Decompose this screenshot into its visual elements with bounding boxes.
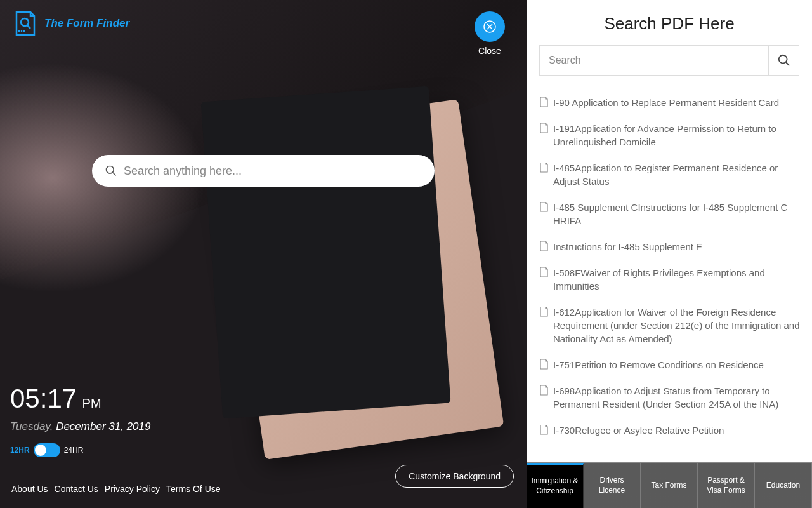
- tab-passport-visa-forms[interactable]: Passport & Visa Forms: [698, 463, 755, 508]
- list-item-label: I-508FWaiver of Rights Privileges Exempt…: [553, 266, 804, 293]
- list-item-label: I-191Application for Advance Permission …: [553, 122, 804, 149]
- svg-line-1: [27, 25, 30, 29]
- pdf-file-icon: [539, 307, 548, 317]
- clock-widget: 05:17 PM Tuesday, December 31, 2019 12HR…: [10, 384, 150, 457]
- tab-tax-forms[interactable]: Tax Forms: [641, 463, 698, 508]
- list-item-label: I-485 Supplement CInstructions for I-485…: [553, 201, 804, 227]
- close-icon: [483, 20, 497, 34]
- background-notebook: [219, 99, 504, 460]
- tab-label: Drivers Licence: [586, 476, 638, 495]
- list-item-label: I-90 Application to Replace Permanent Re…: [553, 96, 779, 109]
- list-item-label: I-751Petition to Remove Conditions on Re…: [553, 358, 764, 371]
- list-item[interactable]: I-730Refugee or Asylee Relative Petition: [539, 417, 808, 443]
- form-finder-icon: [11, 10, 39, 37]
- svg-point-2: [18, 30, 20, 32]
- toggle-knob: [35, 444, 46, 456]
- pdf-search-panel: Search PDF Here I-90 Application to Repl…: [527, 0, 812, 508]
- list-item-label: I-698Application to Adjust Status from T…: [553, 384, 804, 411]
- category-tabs: Immigration & CitizenshipDrivers Licence…: [527, 462, 812, 508]
- pdf-file-icon: [539, 241, 548, 251]
- list-item[interactable]: I-508FWaiver of Rights Privileges Exempt…: [539, 260, 808, 299]
- list-item[interactable]: I-485 Supplement CInstructions for I-485…: [539, 194, 808, 234]
- date-weekday: Tuesday,: [10, 420, 53, 432]
- panel-title: Search PDF Here: [527, 0, 812, 45]
- close-button[interactable]: [475, 11, 505, 42]
- time-value: 05:17: [10, 384, 77, 413]
- pdf-file-icon: [539, 359, 548, 370]
- search-icon: [777, 53, 791, 67]
- tab-label: Passport & Visa Forms: [700, 476, 752, 495]
- list-item-label: I-485Application to Register Permanent R…: [553, 161, 804, 188]
- pdf-results-list[interactable]: I-90 Application to Replace Permanent Re…: [527, 84, 812, 462]
- list-item-label: I-612Application for Waiver of the Forei…: [553, 305, 804, 345]
- date-line: Tuesday, December 31, 2019: [10, 420, 150, 433]
- link-contact-us[interactable]: Contact Us: [55, 484, 98, 494]
- link-terms-of-use[interactable]: Terms Of Use: [166, 484, 221, 494]
- svg-point-8: [107, 166, 114, 174]
- pdf-search-button[interactable]: [768, 46, 799, 75]
- list-item[interactable]: I-90 Application to Replace Permanent Re…: [539, 90, 808, 116]
- list-item[interactable]: I-612Application for Waiver of the Forei…: [539, 299, 808, 352]
- svg-point-3: [21, 30, 23, 32]
- customize-background-button[interactable]: Customize Background: [395, 465, 514, 488]
- svg-line-11: [785, 62, 789, 66]
- pdf-file-icon: [539, 163, 548, 173]
- tab-immigration-citizenship[interactable]: Immigration & Citizenship: [527, 463, 584, 508]
- pdf-file-icon: [539, 267, 548, 277]
- hr24-label: 24HR: [64, 446, 84, 455]
- time-ampm: PM: [82, 396, 102, 410]
- tab-drivers-licence[interactable]: Drivers Licence: [584, 463, 641, 508]
- tab-education[interactable]: Education: [755, 463, 812, 508]
- pdf-file-icon: [539, 123, 548, 133]
- svg-point-10: [778, 55, 787, 64]
- main-search-bar[interactable]: [92, 155, 435, 187]
- list-item[interactable]: I-751Petition to Remove Conditions on Re…: [539, 352, 808, 378]
- pdf-file-icon: [539, 97, 548, 107]
- main-content: The Form Finder Close 05:17 PM Tuesday, …: [0, 0, 527, 508]
- footer-links: About Us Contact Us Privacy Policy Terms…: [11, 484, 221, 494]
- svg-point-0: [21, 18, 29, 26]
- hour-toggle-switch[interactable]: [34, 443, 60, 457]
- close-label: Close: [475, 46, 505, 56]
- list-item[interactable]: I-485Application to Register Permanent R…: [539, 155, 808, 194]
- hour-format-toggle: 12HR 24HR: [10, 443, 150, 457]
- list-item[interactable]: I-698Application to Adjust Status from T…: [539, 378, 808, 417]
- list-item[interactable]: Instructions for I-485 Supplement E: [539, 234, 808, 260]
- link-privacy-policy[interactable]: Privacy Policy: [105, 484, 160, 494]
- main-search-input[interactable]: [124, 164, 422, 178]
- svg-line-9: [113, 173, 116, 176]
- tab-label: Immigration & Citizenship: [529, 476, 580, 496]
- tab-label: Tax Forms: [651, 481, 686, 491]
- pdf-file-icon: [539, 425, 548, 435]
- list-item-label: Instructions for I-485 Supplement E: [553, 240, 702, 253]
- link-about-us[interactable]: About Us: [11, 484, 48, 494]
- list-item[interactable]: I-191Application for Advance Permission …: [539, 116, 808, 155]
- svg-point-4: [23, 30, 25, 32]
- tab-label: Education: [766, 481, 800, 491]
- pdf-file-icon: [539, 385, 548, 396]
- pdf-search-bar: [539, 45, 799, 76]
- pdf-search-input[interactable]: [540, 46, 768, 75]
- close-panel-control: Close: [475, 11, 505, 56]
- brand-logo[interactable]: The Form Finder: [11, 10, 129, 37]
- hr12-label: 12HR: [10, 446, 30, 455]
- list-item-label: I-730Refugee or Asylee Relative Petition: [553, 424, 724, 437]
- brand-name: The Form Finder: [44, 17, 129, 30]
- pdf-file-icon: [539, 202, 548, 212]
- date-value: December 31, 2019: [56, 420, 150, 432]
- search-icon: [105, 164, 117, 177]
